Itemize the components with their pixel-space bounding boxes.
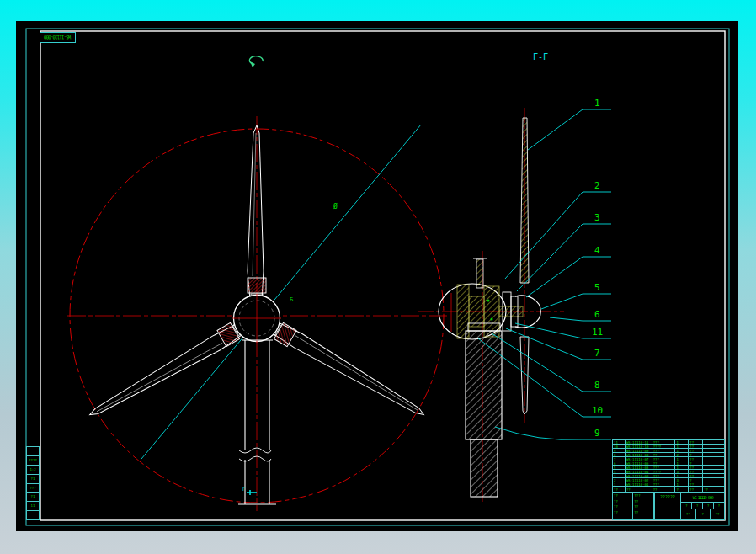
blade-side-up bbox=[520, 118, 529, 283]
margin-cell bbox=[27, 447, 39, 456]
callout-8: 8 bbox=[594, 381, 600, 390]
callout-11: 11 bbox=[592, 328, 603, 337]
bottom-section-mark: Г bbox=[242, 487, 246, 492]
title-block-mini-cells: ? ? ? ? bbox=[681, 503, 725, 509]
blade-lower-left bbox=[85, 319, 246, 423]
callout-6: 6 bbox=[594, 310, 600, 319]
margin-cell: ?1 bbox=[27, 493, 39, 502]
blade-lower-right bbox=[268, 319, 429, 423]
callout-7: 7 bbox=[594, 349, 600, 358]
callout-9: 9 bbox=[594, 429, 600, 438]
rotation-direction-icon bbox=[249, 56, 263, 67]
title-block-bottom-cells: ?? ? ?? bbox=[681, 509, 725, 520]
callout-1: 1 bbox=[594, 99, 600, 108]
margin-cell: ?1 bbox=[27, 475, 39, 484]
margin-cell bbox=[27, 511, 39, 519]
corner-reference-number: WS-11110-000 bbox=[45, 35, 71, 40]
corner-reference-box: WS-11110-000 bbox=[40, 32, 76, 43]
drawing-number-area: WS-11110-000 ? ? ? ? ?? ? ?? bbox=[681, 493, 725, 520]
drawing-number: WS-11110-000 bbox=[681, 493, 725, 503]
margin-cell: 11 bbox=[27, 502, 39, 511]
margin-cell: ???? bbox=[27, 456, 39, 466]
title-block-signature-area: ????? ???? ???? ???? bbox=[613, 493, 655, 520]
title-block: ????? ???? ???? ???? ?????? WS-11110-000… bbox=[612, 492, 725, 520]
callout-4: 4 bbox=[594, 246, 600, 255]
callout-5: 5 bbox=[594, 283, 600, 292]
product-name-cell: ?????? bbox=[655, 493, 682, 520]
margin-cell: 1:2 bbox=[27, 466, 39, 475]
tower-front bbox=[238, 340, 276, 504]
margin-cell: ??? bbox=[27, 484, 39, 493]
callout-2: 2 bbox=[594, 181, 600, 190]
cad-application-window: { "frame": { "corner_ref": "WS-11110-000… bbox=[0, 0, 756, 554]
product-name: ?????? bbox=[655, 493, 682, 520]
section-cut-line bbox=[141, 125, 421, 459]
side-view bbox=[418, 108, 564, 503]
callout-10: 10 bbox=[592, 406, 603, 415]
hub-view-mark: Б bbox=[290, 297, 293, 303]
section-label: Г-Г bbox=[533, 53, 548, 61]
margin-info-strip: ????1:2?1????111 bbox=[26, 446, 40, 520]
front-view bbox=[67, 56, 448, 511]
diameter-dim-mark: Ø bbox=[333, 204, 338, 210]
parts-list-table: 11WS-11110-11???1??10WS-11110-10????1??9… bbox=[612, 439, 725, 492]
section-cut-mark-icon bbox=[247, 490, 257, 495]
tower-side bbox=[466, 331, 502, 497]
callout-3: 3 bbox=[594, 213, 600, 222]
